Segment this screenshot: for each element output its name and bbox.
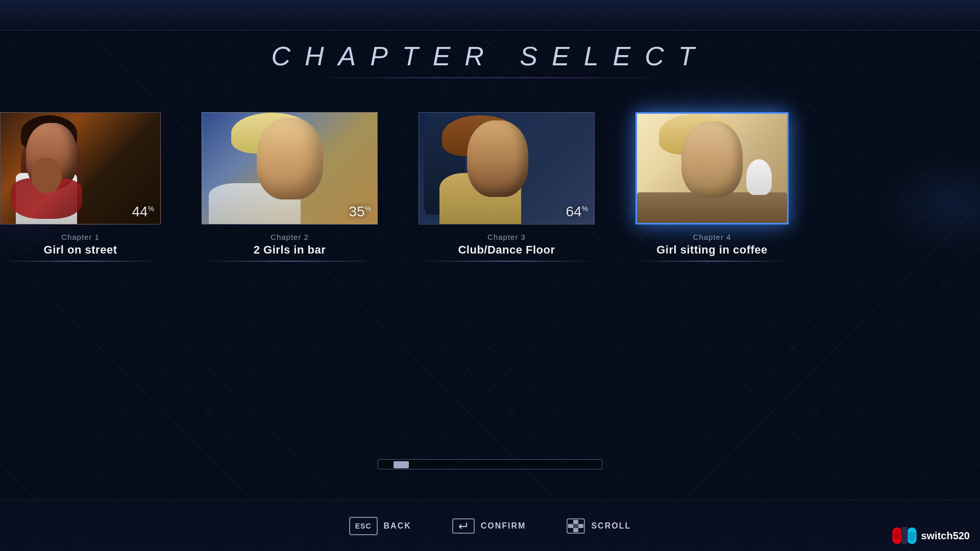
top-bar — [0, 0, 980, 31]
chapter-2-label-small: Chapter 2 — [271, 233, 309, 241]
chapter-1-underline — [0, 261, 161, 262]
svg-point-8 — [896, 530, 899, 533]
chapter-2-label-big: 2 Girls in bar — [254, 243, 326, 257]
title-section: CHAPTER SELECT — [0, 41, 980, 78]
page-title: CHAPTER SELECT — [0, 41, 980, 71]
chapter-item-1[interactable]: 44% Chapter 1 Girl on street — [0, 112, 161, 262]
chapter-1-label-big: Girl on street — [44, 243, 117, 257]
svg-rect-4 — [573, 524, 578, 528]
scroll-label: SCROLL — [591, 521, 631, 531]
confirm-control: CONFIRM — [452, 518, 526, 534]
ch3-face — [467, 120, 528, 197]
scroll-control: SCROLL — [567, 518, 631, 534]
confirm-label: CONFIRM — [481, 521, 526, 531]
esc-key-button[interactable]: ESC — [349, 517, 378, 535]
svg-rect-2 — [568, 524, 573, 528]
chapter-3-underline — [419, 261, 595, 262]
chapter-4-thumbnail[interactable] — [635, 112, 789, 224]
chapter-3-percentage: 64% — [566, 204, 588, 220]
chapter-4-label-small: Chapter 4 — [693, 233, 731, 241]
chapter-3-thumbnail[interactable]: 64% — [419, 112, 595, 224]
switch-icon-svg — [892, 525, 917, 546]
chapter-2-thumbnail[interactable]: 35% — [202, 112, 378, 224]
chapter-3-label-small: Chapter 3 — [487, 233, 526, 241]
scroll-thumb[interactable] — [394, 461, 409, 468]
svg-rect-0 — [573, 520, 578, 524]
svg-rect-1 — [573, 528, 578, 532]
chapter-2-percentage: 35% — [349, 204, 371, 220]
enter-key-icon — [457, 521, 470, 531]
chapter-1-thumbnail[interactable]: 44% — [0, 112, 161, 224]
chapter-1-percentage: 44% — [132, 204, 154, 220]
ch4-flower — [746, 159, 772, 195]
enter-key-button[interactable] — [452, 518, 475, 534]
title-underline — [311, 78, 669, 78]
svg-point-12 — [911, 538, 914, 541]
scroll-track[interactable] — [378, 459, 602, 469]
ch2-face — [257, 118, 323, 199]
branding-text: switch520 — [921, 530, 970, 542]
scroll-icon-button — [567, 518, 585, 534]
chapter-item-2[interactable]: 35% Chapter 2 2 Girls in bar — [202, 112, 378, 262]
switch-logo: switch520 — [892, 525, 970, 546]
chapters-container: 44% Chapter 1 Girl on street 35% Chapter… — [0, 112, 980, 262]
bottom-bar: ESC BACK CONFIRM SCROLL — [0, 500, 980, 551]
svg-rect-6 — [894, 532, 900, 540]
chapter-3-label-big: Club/Dance Floor — [458, 243, 555, 257]
scroll-indicator[interactable] — [378, 459, 602, 469]
svg-rect-3 — [578, 524, 583, 528]
chapter-4-underline — [635, 261, 789, 262]
back-label: BACK — [384, 521, 411, 531]
chapter-4-label-big: Girl sitting in coffee — [656, 243, 768, 257]
chapter-1-label-small: Chapter 1 — [61, 233, 100, 241]
chapter-item-4[interactable]: Chapter 4 Girl sitting in coffee — [635, 112, 789, 262]
esc-key-label: ESC — [355, 522, 372, 530]
chapter-2-underline — [202, 261, 378, 262]
chapter-item-3[interactable]: 64% Chapter 3 Club/Dance Floor — [419, 112, 595, 262]
back-control: ESC BACK — [349, 517, 411, 535]
ch1-scarf — [11, 178, 82, 219]
dpad-icon — [568, 520, 583, 532]
svg-rect-14 — [902, 528, 908, 544]
ch4-face — [681, 121, 743, 198]
